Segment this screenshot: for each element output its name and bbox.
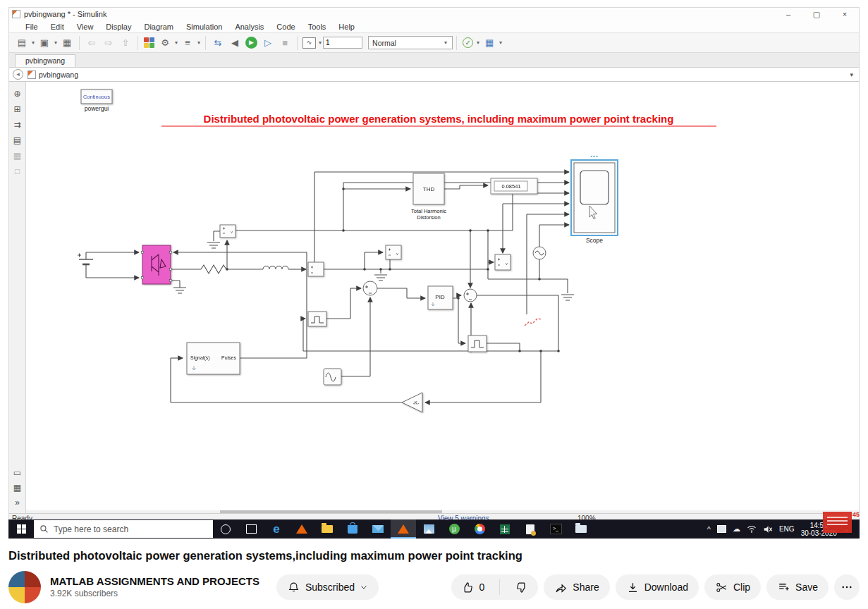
expand-icon[interactable]: » [15,498,20,508]
task-view-icon[interactable] [238,519,264,539]
step-forward-icon[interactable]: ▷ [259,36,276,50]
fit-view-icon[interactable]: ⊞ [13,104,20,114]
check-icon[interactable]: ✓ [463,37,473,48]
sine-wave-block[interactable] [324,369,341,385]
build-icon[interactable]: ▦ [481,36,498,50]
cortana-icon[interactable] [213,519,238,539]
document-gear-icon[interactable] [518,519,543,539]
share-button[interactable]: Share [544,574,609,600]
tray-expand-icon[interactable]: ^ [707,525,711,534]
new-model-icon[interactable]: ▤ [13,36,30,50]
more-actions-button[interactable] [834,574,860,600]
maximize-icon[interactable]: ▢ [802,10,831,19]
step-back-icon[interactable]: ◀ [226,36,243,50]
edge-icon[interactable]: e [264,519,289,539]
check-caret-icon[interactable]: ▾ [475,39,481,46]
chrome-icon[interactable] [467,519,492,539]
save-button[interactable]: Save [766,574,829,600]
tab-model[interactable]: pvbingwang [15,54,75,67]
forward-icon[interactable]: ⇨ [100,36,117,50]
back-icon[interactable]: ⇦ [83,36,100,50]
menu-diagram[interactable]: Diagram [137,23,180,31]
ac-source-block[interactable] [533,247,546,259]
excel-icon[interactable] [492,519,518,539]
mail-icon[interactable] [365,519,391,539]
model-list-icon[interactable]: ≡ [179,36,196,50]
close-icon[interactable]: × [831,10,859,19]
pid-block[interactable]: PID [428,286,453,309]
voltage-measure-1[interactable]: v [220,225,236,238]
like-button[interactable]: 0 [451,574,495,600]
stop-time-input[interactable] [323,37,362,49]
viewer-icon[interactable]: ▭ [13,468,21,478]
sim-mode-select[interactable]: Normal▾ [368,36,453,49]
channel-avatar[interactable] [8,571,41,603]
photos-icon[interactable] [416,519,441,539]
model-canvas[interactable]: Distributed photovoltaic power generatio… [26,82,859,513]
volume-muted-icon[interactable] [763,525,773,534]
tray-window-icon[interactable] [717,525,726,533]
matlab-running-icon[interactable] [391,519,416,539]
model-list-caret-icon[interactable]: ▾ [196,39,202,46]
menu-edit[interactable]: Edit [44,23,71,31]
powergui-block[interactable]: Continuous [81,90,112,104]
settings-caret-icon[interactable]: ▾ [173,39,179,46]
onedrive-cloud-icon[interactable]: ☁ [733,524,740,534]
download-button[interactable]: Download [616,574,699,600]
new-model-caret-icon[interactable]: ▾ [30,39,36,46]
sum-block-2[interactable] [464,289,477,302]
area-icon[interactable]: □ [15,166,20,176]
zoom-icon[interactable]: ⊕ [13,89,20,99]
open-caret-icon[interactable]: ▾ [53,39,59,46]
stop-icon[interactable]: ■ [276,36,293,50]
menu-view[interactable]: View [71,23,100,31]
display-block[interactable]: 0.08541 [491,178,537,194]
menu-tools[interactable]: Tools [302,23,333,31]
build-caret-icon[interactable]: ▾ [498,39,503,46]
sample-time-icon[interactable]: ▦ [13,151,21,161]
breadcrumb-model[interactable]: pvbingwang [39,70,78,79]
signal-route-icon[interactable]: ⇉ [13,120,20,130]
menu-simulation[interactable]: Simulation [180,23,228,31]
matlab-icon[interactable] [289,519,314,539]
microsoft-store-icon[interactable] [340,519,365,539]
blocks-icon[interactable]: ▦ [13,483,21,493]
pwm-generator-block[interactable]: Signal(s) Pulses [187,343,240,374]
subscribed-button[interactable]: Subscribed [276,574,379,600]
menu-display[interactable]: Display [99,23,137,31]
annotation-icon[interactable]: ▤ [13,135,21,145]
gain-block[interactable]: -K- [402,393,422,412]
command-prompt-icon[interactable]: >_ [543,519,568,539]
pulse-block-1[interactable] [308,312,326,326]
language-indicator[interactable]: ENG [779,525,795,533]
save-icon[interactable]: ▦ [59,36,75,50]
utorrent-icon[interactable]: µ [441,519,467,539]
voltage-measure-2[interactable]: v [386,245,401,259]
minimize-icon[interactable]: – [774,10,802,19]
menu-analysis[interactable]: Analysis [228,23,270,31]
scope-block[interactable] [571,160,618,235]
file-explorer-icon[interactable] [314,519,340,539]
library-browser-icon[interactable] [144,37,154,48]
taskbar-search[interactable]: Type here to search [34,520,213,538]
open-folder-icon[interactable] [568,519,594,539]
voltage-measure-3[interactable]: v [495,254,511,270]
pulse-block-2[interactable] [468,336,487,352]
channel-name[interactable]: MATLAB ASSIGNMENTS AND PROJECTS [50,575,259,589]
run-icon[interactable]: ▶ [245,37,257,49]
sum-block-1[interactable] [363,281,377,295]
wifi-icon[interactable] [747,525,757,533]
start-button[interactable] [8,519,34,539]
thd-block[interactable]: THD [413,173,444,204]
settings-icon[interactable]: ⚙ [157,36,173,50]
igbt-block[interactable] [142,245,172,284]
scope-tool-icon[interactable]: ∿ [302,37,316,49]
current-measure-block[interactable] [308,262,324,276]
scope-tool-caret-icon[interactable]: ▾ [317,39,323,46]
clip-button[interactable]: Clip [704,574,761,600]
dislike-button[interactable] [505,574,538,600]
menu-code[interactable]: Code [270,23,301,31]
menu-file[interactable]: File [19,23,44,31]
scope-options-icon[interactable]: ••• [590,153,598,159]
menu-help[interactable]: Help [332,23,361,31]
